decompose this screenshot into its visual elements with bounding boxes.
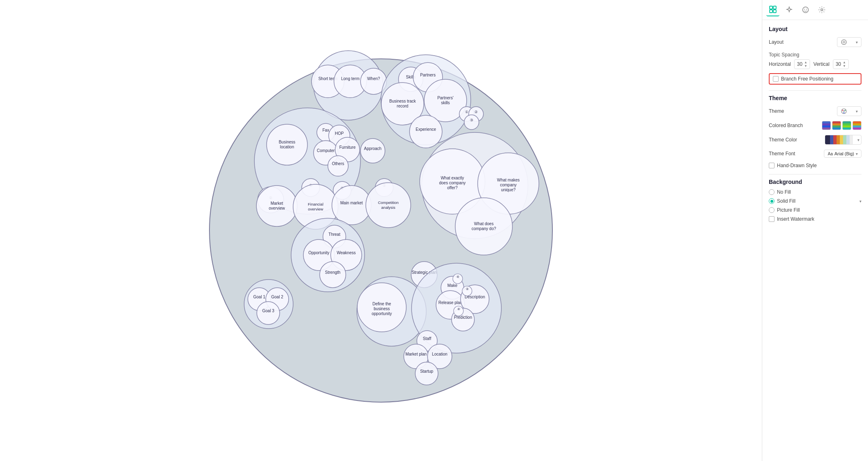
svg-text:Furniture: Furniture — [339, 145, 356, 150]
no-fill-radio[interactable] — [769, 189, 775, 195]
colored-branch-label: Colored Branch — [769, 123, 803, 128]
svg-text:④: ④ — [457, 307, 460, 311]
background-section-title: Background — [769, 179, 861, 185]
svg-text:Experience: Experience — [416, 127, 436, 132]
picture-fill-radio[interactable] — [769, 207, 775, 213]
swatch-2[interactable] — [832, 121, 841, 130]
panel-tabs — [762, 0, 868, 20]
svg-text:HOP: HOP — [335, 131, 344, 136]
svg-text:②: ② — [474, 110, 478, 114]
svg-point-126 — [806, 9, 807, 10]
horizontal-spinner[interactable]: ▲▼ — [804, 60, 807, 68]
tab-ai-icon[interactable] — [783, 3, 796, 16]
svg-text:Business: Business — [279, 140, 296, 144]
svg-text:unique?: unique? — [501, 188, 516, 192]
solid-fill-row: Solid Fill ▾ — [769, 198, 861, 204]
tab-layout-icon[interactable] — [766, 3, 779, 16]
svg-text:Release plan: Release plan — [438, 300, 462, 305]
theme-section-title: Theme — [769, 95, 861, 101]
svg-text:What makes: What makes — [497, 178, 520, 182]
svg-text:Financial: Financial — [308, 202, 323, 206]
watermark-label: Insert Watermark — [777, 216, 815, 222]
svg-text:Goal 2: Goal 2 — [271, 295, 283, 299]
svg-text:Market plan: Market plan — [405, 352, 427, 356]
svg-text:④: ④ — [466, 287, 469, 291]
svg-text:What exactly: What exactly — [441, 176, 464, 180]
theme-font-dropdown[interactable]: Aa Arial (Big) ▾ — [824, 150, 861, 158]
hand-drawn-checkbox[interactable] — [769, 163, 775, 168]
theme-dropdown[interactable]: ▾ — [837, 106, 861, 116]
svg-text:Computer: Computer — [317, 148, 335, 153]
theme-color-label: Theme Color — [769, 137, 797, 143]
svg-text:Location: Location — [432, 352, 447, 356]
watermark-checkbox[interactable] — [769, 216, 775, 222]
svg-point-137 — [844, 112, 845, 114]
solid-fill-chevron: ▾ — [859, 199, 861, 204]
theme-font-row: Theme Font Aa Arial (Big) ▾ — [769, 150, 861, 158]
svg-text:Partners': Partners' — [437, 96, 454, 100]
svg-text:Opportunity: Opportunity — [308, 251, 329, 255]
theme-label: Theme — [769, 108, 784, 114]
vertical-spinner[interactable]: ▲▼ — [843, 60, 846, 68]
svg-text:Make: Make — [447, 283, 458, 288]
svg-text:Partners: Partners — [420, 73, 436, 77]
solid-fill-label: Solid Fill — [777, 198, 795, 204]
svg-text:company do?: company do? — [472, 226, 496, 231]
tab-face-icon[interactable] — [799, 3, 812, 16]
divider-2 — [769, 174, 861, 175]
swatch-4[interactable] — [852, 121, 861, 130]
swatch-3[interactable] — [842, 121, 851, 130]
svg-text:Staff: Staff — [423, 336, 432, 341]
theme-color-dropdown[interactable]: ▾ — [825, 135, 861, 145]
theme-font-value: Arial (Big) — [835, 151, 854, 156]
right-panel: Layout Layout ▾ Topic Spacing Horizontal — [762, 0, 868, 461]
theme-dropdown-chevron: ▾ — [856, 109, 858, 114]
svg-text:Business track: Business track — [389, 99, 416, 103]
picture-fill-label: Picture Fill — [777, 207, 800, 213]
branch-free-checkbox[interactable] — [773, 76, 779, 82]
svg-text:does company: does company — [439, 181, 465, 185]
svg-text:offer?: offer? — [447, 186, 458, 190]
svg-text:overview: overview — [269, 206, 285, 210]
svg-point-125 — [804, 9, 805, 10]
svg-point-57 — [332, 186, 371, 225]
panel-content: Layout Layout ▾ Topic Spacing Horizontal — [762, 20, 868, 461]
solid-fill-radio[interactable] — [769, 198, 775, 204]
svg-text:④: ④ — [456, 275, 459, 279]
svg-text:When?: When? — [367, 76, 380, 81]
svg-text:Main market: Main market — [340, 201, 363, 205]
horizontal-label: Horizontal — [769, 61, 791, 67]
hand-drawn-label: Hand-Drawn Style — [777, 163, 817, 168]
svg-text:Market: Market — [271, 201, 283, 206]
horizontal-input[interactable]: 30 ▲▼ — [794, 59, 810, 69]
mind-map-container: Short term Long term When? Skills Partne… — [197, 47, 565, 414]
theme-color-row: Theme Color ▾ — [769, 135, 861, 145]
canvas-area: Short term Long term When? Skills Partne… — [0, 0, 762, 461]
horizontal-value: 30 — [797, 61, 802, 67]
no-fill-label: No Fill — [777, 189, 791, 195]
svg-text:③: ③ — [470, 118, 473, 122]
swatch-1[interactable] — [822, 121, 831, 130]
svg-text:opportunity: opportunity — [372, 311, 392, 316]
svg-text:Others: Others — [332, 161, 344, 166]
svg-text:Goal 3: Goal 3 — [262, 309, 274, 313]
picture-fill-row: Picture Fill — [769, 207, 861, 213]
tab-settings-icon[interactable] — [815, 3, 828, 16]
svg-text:Goal 1: Goal 1 — [253, 295, 265, 299]
branch-free-label: Branch Free Positioning — [781, 76, 833, 82]
layout-dropdown[interactable]: ▾ — [837, 37, 861, 47]
svg-text:business: business — [374, 307, 389, 311]
svg-rect-121 — [773, 6, 776, 9]
vertical-input[interactable]: 30 ▲▼ — [833, 59, 849, 69]
vertical-label: Vertical — [813, 61, 829, 67]
no-fill-row: No Fill — [769, 189, 861, 195]
vertical-value: 30 — [836, 61, 841, 67]
svg-point-118 — [415, 362, 438, 385]
svg-text:skills: skills — [441, 101, 450, 105]
svg-text:overview: overview — [308, 207, 323, 211]
svg-text:Approach: Approach — [364, 146, 382, 151]
svg-text:What does: What does — [474, 222, 494, 226]
svg-text:Long term: Long term — [341, 76, 359, 81]
svg-point-19 — [410, 115, 442, 148]
svg-text:Competition: Competition — [378, 200, 399, 205]
